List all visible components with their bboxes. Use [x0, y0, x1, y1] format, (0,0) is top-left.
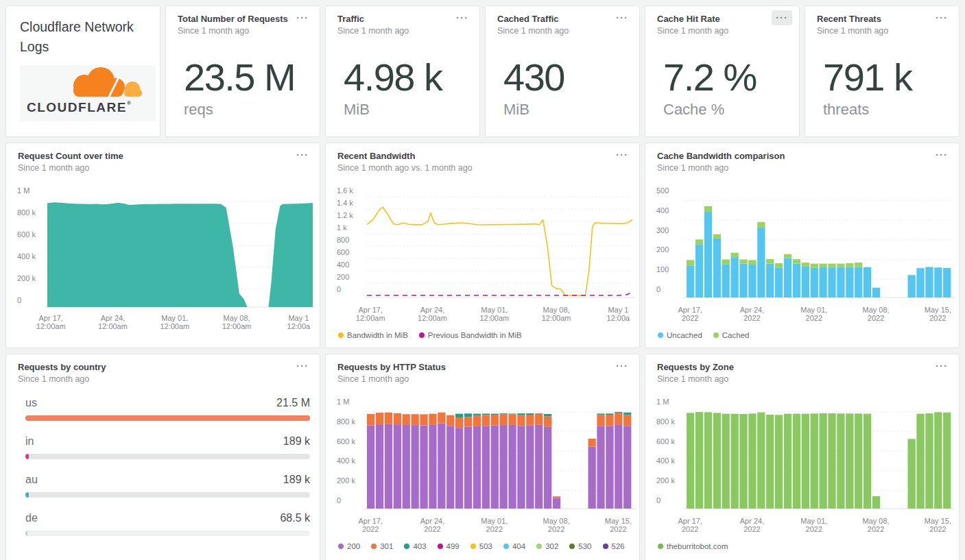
svg-text:12:00am: 12:00am	[479, 314, 509, 322]
svg-text:500: 500	[656, 186, 669, 195]
svg-text:600 k: 600 k	[656, 437, 675, 446]
panel-cache-hit-rate: Cache Hit Rate Since 1 month ago ··· 7.2…	[645, 5, 800, 137]
svg-text:Apr 17,: Apr 17,	[358, 306, 382, 314]
country-bar-fill	[25, 415, 310, 421]
panel-subtitle: Since 1 month ago	[337, 374, 612, 384]
svg-text:May 01,: May 01,	[800, 306, 827, 314]
svg-text:2022: 2022	[929, 314, 946, 322]
panel-menu-icon[interactable]: ···	[292, 358, 313, 374]
panel-menu-icon[interactable]: ···	[931, 358, 952, 374]
panel-subtitle: Since 1 month ago	[657, 374, 931, 384]
country-value: 21.5 M	[276, 397, 310, 409]
panel-menu-icon[interactable]: ···	[452, 10, 473, 25]
cloudflare-wordmark: CLOUDFLARE®	[27, 100, 132, 115]
stat-value: 23.5 M	[184, 57, 295, 98]
zone-chart: 1 M800 k600 k400 k200 k0Apr 17,2022Apr 2…	[645, 354, 959, 560]
panel-menu-icon[interactable]: ···	[292, 10, 313, 25]
svg-text:May 01,: May 01,	[800, 517, 827, 525]
svg-text:May 01,: May 01,	[481, 517, 508, 525]
svg-text:May 08,: May 08,	[224, 314, 250, 322]
svg-text:100: 100	[656, 265, 669, 273]
svg-text:400: 400	[337, 260, 349, 269]
svg-text:400 k: 400 k	[17, 252, 36, 260]
country-row: de68.5 k	[25, 512, 310, 536]
country-row: au189 k	[25, 474, 310, 498]
panel-subtitle: Since 1 month ago	[817, 26, 931, 36]
dashboard-title: Cloudflare Network Logs	[20, 17, 134, 57]
svg-text:2022: 2022	[424, 525, 440, 533]
svg-text:600 k: 600 k	[337, 437, 355, 446]
svg-text:2022: 2022	[682, 314, 698, 322]
cloudflare-logo: CLOUDFLARE®	[20, 65, 156, 121]
country-row: in189 k	[25, 435, 310, 459]
panel-menu-icon[interactable]: ···	[292, 147, 313, 162]
country-row: us21.5 M	[25, 397, 310, 421]
svg-text:2022: 2022	[548, 525, 564, 533]
svg-text:May 01,: May 01,	[161, 314, 188, 322]
svg-text:Apr 24,: Apr 24,	[420, 517, 444, 525]
svg-text:May 08,: May 08,	[863, 517, 890, 525]
panel-menu-icon[interactable]: ···	[772, 10, 792, 25]
request-count-chart: 1 M800 k600 k400 k200 k0Apr 17,12:00amAp…	[6, 143, 320, 348]
panel-menu-icon[interactable]: ···	[931, 10, 952, 25]
panel-cloudflare-logo: Cloudflare Network Logs CLOUDFLARE®	[5, 5, 160, 137]
panel-title[interactable]: Request Count over time	[18, 151, 292, 162]
svg-text:2022: 2022	[868, 314, 884, 322]
panel-cache-bandwidth: 5004003002001000Apr 17,2022Apr 24,2022Ma…	[645, 143, 960, 348]
svg-text:12:00am: 12:00am	[160, 322, 189, 330]
country-label: au	[25, 474, 38, 486]
panel-title[interactable]: Requests by country	[18, 362, 292, 373]
svg-text:2022: 2022	[362, 525, 379, 533]
country-bar-list: us21.5 Min189 kau189 kde68.5 k	[25, 397, 310, 550]
panel-title[interactable]: Cache Hit Rate	[657, 14, 772, 25]
panel-title[interactable]: Requests by Zone	[657, 362, 931, 373]
panel-title[interactable]: Cache Bandwidth comparison	[657, 151, 931, 162]
svg-text:2022: 2022	[806, 314, 822, 322]
svg-text:0: 0	[337, 496, 341, 504]
panel-total-requests: Total Number of Requests Since 1 month a…	[165, 5, 320, 137]
country-bar-fill	[25, 454, 29, 459]
svg-text:400 k: 400 k	[337, 456, 355, 465]
svg-text:Apr 17,: Apr 17,	[38, 314, 62, 322]
svg-text:May 1: May 1	[288, 314, 309, 322]
svg-text:12:00am: 12:00am	[356, 314, 385, 322]
panel-cached-traffic: Cached Traffic Since 1 month ago ··· 430…	[485, 5, 640, 137]
svg-text:800: 800	[337, 236, 349, 244]
panel-title[interactable]: Total Number of Requests	[178, 14, 292, 25]
panel-menu-icon[interactable]: ···	[612, 147, 632, 162]
svg-text:May 01,: May 01,	[481, 306, 508, 314]
stat-value: 7.2 %	[663, 57, 756, 98]
country-label: in	[25, 435, 34, 448]
svg-text:May 15,: May 15,	[925, 517, 951, 525]
stat-value: 4.98 k	[344, 57, 442, 98]
panel-title[interactable]: Recent Bandwidth	[337, 151, 612, 162]
recent-bandwidth-chart: 1.6 k1.4 k1.2 k1 k8006004002000Apr 17,12…	[326, 143, 639, 348]
svg-text:1 M: 1 M	[17, 186, 29, 195]
svg-text:Apr 24,: Apr 24,	[740, 306, 764, 314]
svg-text:2022: 2022	[610, 525, 626, 533]
svg-text:1 M: 1 M	[337, 398, 349, 406]
panel-menu-icon[interactable]: ···	[931, 147, 952, 162]
country-value: 189 k	[283, 474, 310, 486]
panel-title[interactable]: Cached Traffic	[497, 14, 612, 25]
stat-unit: reqs	[184, 101, 295, 119]
stat-unit: Cache %	[663, 101, 756, 119]
svg-text:May 15,: May 15,	[605, 517, 632, 525]
panel-requests-by-http-status: 1 M800 k600 k400 k200 k0Apr 17,2022Apr 2…	[325, 354, 640, 560]
svg-text:800 k: 800 k	[656, 417, 675, 426]
svg-text:600: 600	[337, 248, 349, 256]
svg-text:Apr 24,: Apr 24,	[101, 314, 125, 322]
svg-text:12:00a: 12:00a	[287, 322, 311, 330]
svg-text:Apr 17,: Apr 17,	[358, 517, 382, 525]
svg-text:200: 200	[656, 245, 669, 254]
stat-unit: MiB	[344, 101, 442, 119]
panel-menu-icon[interactable]: ···	[612, 358, 632, 374]
panel-title[interactable]: Traffic	[337, 14, 452, 25]
panel-menu-icon[interactable]: ···	[612, 10, 632, 25]
svg-text:2022: 2022	[806, 525, 822, 533]
panel-subtitle: Since 1 month ago	[657, 163, 931, 173]
panel-title[interactable]: Requests by HTTP Status	[337, 362, 612, 373]
panel-title[interactable]: Recent Threats	[817, 14, 931, 25]
country-bar-fill	[25, 492, 29, 498]
country-label: de	[25, 512, 38, 524]
